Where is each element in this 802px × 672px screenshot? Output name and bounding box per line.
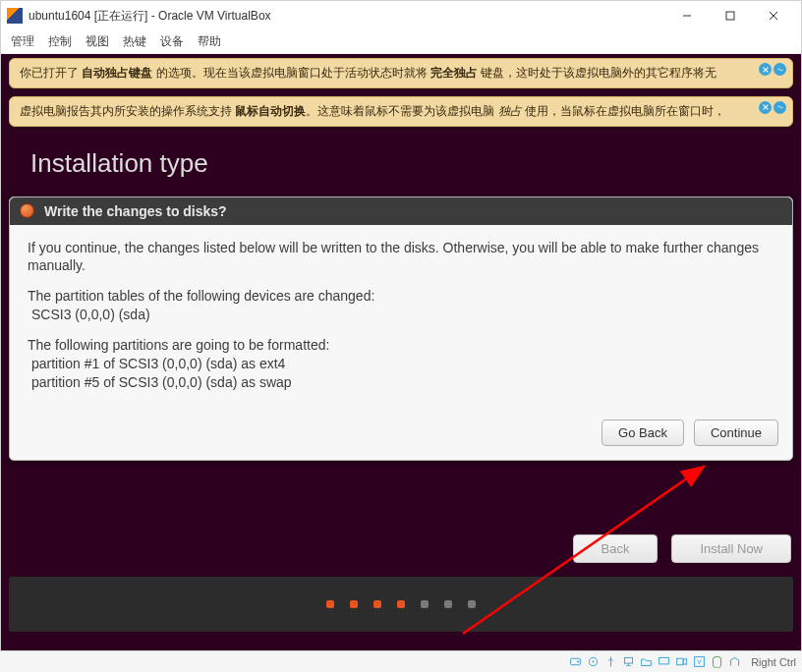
virtualization-icon[interactable]: V <box>692 654 707 669</box>
display-icon[interactable] <box>657 654 671 669</box>
back-button[interactable]: Back <box>573 534 659 563</box>
menu-hotkeys[interactable]: 热键 <box>123 33 146 50</box>
close-button[interactable] <box>752 2 795 29</box>
optical-disk-icon[interactable] <box>586 654 601 669</box>
notification-mouse-integration: 虚拟电脑报告其内所安装的操作系统支持 鼠标自动切换。这意味着鼠标不需要为该虚拟电… <box>9 96 793 127</box>
progress-dot <box>373 600 381 608</box>
maximize-button[interactable] <box>709 2 752 29</box>
svg-point-10 <box>577 661 579 663</box>
svg-rect-13 <box>625 657 633 663</box>
go-back-button[interactable]: Go Back <box>602 420 684 446</box>
notification-dismiss-icon[interactable] <box>759 63 772 76</box>
usb-icon[interactable] <box>603 654 618 669</box>
network-icon[interactable] <box>621 654 636 669</box>
progress-dot <box>468 600 476 608</box>
format-heading: The following partitions are going to be… <box>28 337 329 353</box>
notification-suppress-icon[interactable] <box>773 101 786 114</box>
installer-progress-dots <box>9 577 793 632</box>
dialog-intro-text: If you continue, the changes listed belo… <box>28 239 774 276</box>
svg-rect-1 <box>726 12 734 20</box>
svg-rect-17 <box>677 658 684 665</box>
notification-text: 虚拟电脑报告其内所安装的操作系统支持 鼠标自动切换。这意味着鼠标不需要为该虚拟电… <box>20 104 725 118</box>
svg-rect-16 <box>659 657 669 664</box>
svg-point-12 <box>593 661 595 663</box>
installer-footer-buttons: Back Install Now <box>573 534 791 563</box>
notification-keyboard-capture: 你已打开了 自动独占键盘 的选项。现在当该虚拟电脑窗口处于活动状态时就将 完全独… <box>9 58 793 88</box>
minimize-button[interactable] <box>665 2 709 29</box>
notification-suppress-icon[interactable] <box>773 63 786 76</box>
menubar: 管理 控制 视图 热键 设备 帮助 <box>1 30 801 54</box>
write-changes-dialog: Write the changes to disks? If you conti… <box>9 196 793 461</box>
vm-display-area: 你已打开了 自动独占键盘 的选项。现在当该虚拟电脑窗口处于活动状态时就将 完全独… <box>1 54 801 671</box>
menu-view[interactable]: 视图 <box>86 33 109 50</box>
notification-dismiss-icon[interactable] <box>759 101 772 114</box>
progress-dot <box>397 600 405 608</box>
recording-icon[interactable] <box>674 654 689 669</box>
mouse-integration-icon[interactable] <box>710 654 724 669</box>
virtualbox-logo-icon <box>7 8 23 24</box>
menu-help[interactable]: 帮助 <box>198 33 221 50</box>
dialog-close-icon[interactable] <box>20 203 34 218</box>
progress-dot <box>421 600 429 608</box>
partition-line: partition #1 of SCSI3 (0,0,0) (sda) as e… <box>31 356 285 371</box>
svg-text:V: V <box>697 658 702 665</box>
host-key-label: Right Ctrl <box>751 656 796 668</box>
dialog-title: Write the changes to disks? <box>44 203 227 219</box>
partition-tables-heading: The partition tables of the following de… <box>28 288 374 304</box>
menu-devices[interactable]: 设备 <box>160 33 184 50</box>
virtualbox-statusbar: V Right Ctrl <box>0 650 802 672</box>
install-now-button[interactable]: Install Now <box>671 534 791 563</box>
menu-control[interactable]: 控制 <box>48 33 72 50</box>
hard-disk-icon[interactable] <box>568 654 583 669</box>
virtualbox-window: ubuntu1604 [正在运行] - Oracle VM VirtualBox… <box>0 0 802 672</box>
notification-text: 你已打开了 自动独占键盘 的选项。现在当该虚拟电脑窗口处于活动状态时就将 完全独… <box>20 66 716 80</box>
shared-folders-icon[interactable] <box>639 654 654 669</box>
keyboard-capture-icon[interactable] <box>727 654 742 669</box>
window-title: ubuntu1604 [正在运行] - Oracle VM VirtualBox <box>29 8 665 25</box>
progress-dot <box>326 600 334 608</box>
installer-page-title: Installation type <box>9 135 793 196</box>
partition-line: partition #5 of SCSI3 (0,0,0) (sda) as s… <box>31 374 292 390</box>
progress-dot <box>350 600 358 608</box>
menu-manage[interactable]: 管理 <box>11 33 34 50</box>
progress-dot <box>444 600 452 608</box>
dialog-body: If you continue, the changes listed belo… <box>10 225 792 420</box>
continue-button[interactable]: Continue <box>694 420 778 446</box>
device-line: SCSI3 (0,0,0) (sda) <box>31 307 150 322</box>
window-titlebar: ubuntu1604 [正在运行] - Oracle VM VirtualBox <box>1 1 801 30</box>
